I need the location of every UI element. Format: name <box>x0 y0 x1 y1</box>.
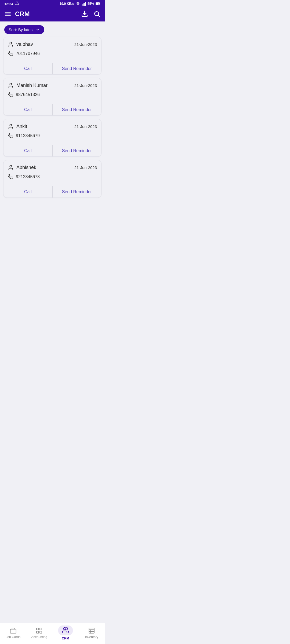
svg-rect-3 <box>84 3 85 6</box>
svg-rect-1 <box>82 4 83 6</box>
card-actions-3: Call Send Reminder <box>3 145 101 156</box>
contact-card-4: Abhishek 21-Jun-2023 9212345678 Call Sen… <box>3 160 102 198</box>
call-button-2[interactable]: Call <box>3 104 52 115</box>
card-actions-1: Call Send Reminder <box>3 63 101 74</box>
contact-name-4: Abhishek <box>8 164 36 170</box>
reminder-button-3[interactable]: Send Reminder <box>53 145 102 156</box>
call-button-1[interactable]: Call <box>3 63 52 74</box>
app-title: CRM <box>15 10 30 18</box>
battery-level: 55% <box>88 2 94 6</box>
status-time: 12:24 <box>4 2 19 6</box>
svg-rect-6 <box>96 3 99 5</box>
svg-line-11 <box>98 15 100 17</box>
call-button-3[interactable]: Call <box>3 145 52 156</box>
top-bar-actions <box>81 10 100 17</box>
search-button[interactable] <box>93 10 100 17</box>
card-name-row-2: Manish Kumar 21-Jun-2023 <box>8 82 97 88</box>
contact-name-1: vaibhav <box>8 41 33 47</box>
sort-row: Sort: By latest <box>0 21 105 37</box>
download-button[interactable] <box>81 10 88 17</box>
contact-name-3: Ankit <box>8 123 27 129</box>
contacts-list: vaibhav 21-Jun-2023 7011707946 Call Send… <box>0 37 105 219</box>
contact-phone-2: 9876451326 <box>8 92 97 97</box>
svg-point-15 <box>10 165 12 167</box>
reminder-button-1[interactable]: Send Reminder <box>53 63 102 74</box>
svg-rect-2 <box>83 3 84 6</box>
top-bar-left: CRM <box>4 10 30 18</box>
contact-card-1: vaibhav 21-Jun-2023 7011707946 Call Send… <box>3 37 102 75</box>
top-bar: CRM <box>0 8 105 21</box>
svg-rect-0 <box>15 3 19 5</box>
contact-card-3: Ankit 21-Jun-2023 9112345679 Call Send R… <box>3 119 102 157</box>
contact-name-2: Manish Kumar <box>8 82 48 88</box>
card-actions-4: Call Send Reminder <box>3 186 101 197</box>
card-body-1: vaibhav 21-Jun-2023 7011707946 <box>3 37 101 63</box>
reminder-button-2[interactable]: Send Reminder <box>53 104 102 115</box>
card-name-row-3: Ankit 21-Jun-2023 <box>8 123 97 129</box>
network-speed: 19.0 KB/s <box>60 2 74 6</box>
card-actions-2: Call Send Reminder <box>3 104 101 115</box>
svg-rect-4 <box>85 2 86 6</box>
svg-point-14 <box>10 124 12 126</box>
contact-phone-4: 9212345678 <box>8 174 97 180</box>
contact-phone-1: 7011707946 <box>8 51 97 56</box>
svg-point-12 <box>10 42 12 44</box>
svg-point-13 <box>10 83 12 85</box>
contact-phone-3: 9112345679 <box>8 133 97 138</box>
card-body-3: Ankit 21-Jun-2023 9112345679 <box>3 119 101 145</box>
menu-button[interactable] <box>4 10 11 17</box>
contact-card-2: Manish Kumar 21-Jun-2023 9876451326 Call… <box>3 78 102 116</box>
call-button-4[interactable]: Call <box>3 186 52 197</box>
status-indicators: 19.0 KB/s 55% <box>60 2 100 6</box>
reminder-button-4[interactable]: Send Reminder <box>53 186 102 197</box>
card-body-2: Manish Kumar 21-Jun-2023 9876451326 <box>3 78 101 104</box>
card-body-4: Abhishek 21-Jun-2023 9212345678 <box>3 160 101 186</box>
card-name-row-4: Abhishek 21-Jun-2023 <box>8 164 97 170</box>
sort-button[interactable]: Sort: By latest <box>4 25 44 34</box>
card-name-row-1: vaibhav 21-Jun-2023 <box>8 41 97 47</box>
status-bar: 12:24 19.0 KB/s 55% <box>0 0 105 8</box>
